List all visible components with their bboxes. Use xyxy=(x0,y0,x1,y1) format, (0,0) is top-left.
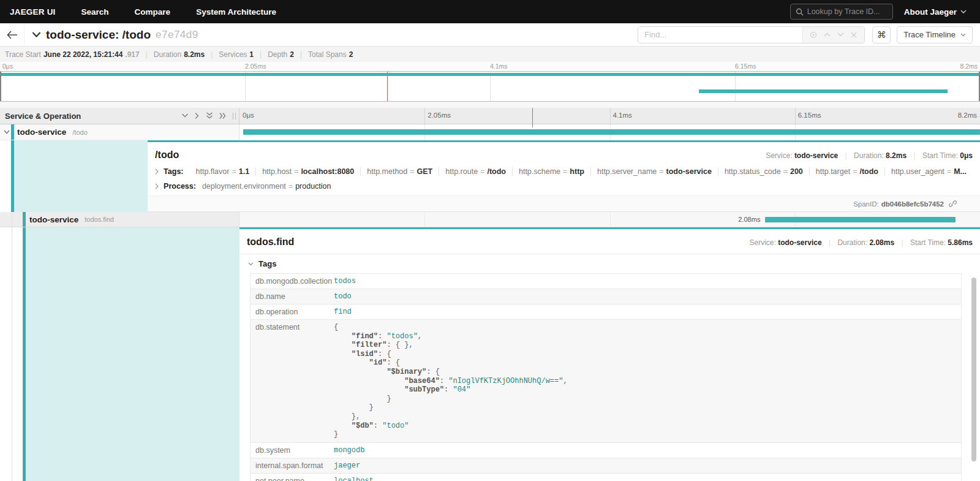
axis-tick-3: 6.15ms xyxy=(798,112,821,119)
tag-pill: http.scheme=http xyxy=(513,167,591,176)
expand-one-icon[interactable] xyxy=(195,112,200,119)
span-detail-meta: Service: todo-service | Duration: 8.2ms … xyxy=(766,151,973,160)
span-detail-todo: /todo Service: todo-service | Duration: … xyxy=(0,140,980,212)
chevron-down-icon xyxy=(960,10,967,13)
trace-id-lookup[interactable]: Lookup by Trace ID... xyxy=(790,4,893,20)
collapse-one-icon[interactable] xyxy=(181,113,189,118)
prev-result-icon[interactable] xyxy=(820,32,834,37)
tag-pill: http.server_name=todo-service xyxy=(591,167,718,176)
tag-pill: http.host=localhost:8080 xyxy=(256,167,361,176)
span-id-footer: SpanID: db046b8efc5b7452 xyxy=(148,195,980,211)
tags-kv-table: db.mongodb.collectiontodos db.nametodo d… xyxy=(250,273,962,481)
chevron-down-icon xyxy=(248,262,254,266)
tag-pill: http.route=/todo xyxy=(439,167,513,176)
axis-tick-2: 4.1ms xyxy=(613,112,632,119)
axis-tick-4: 8.2ms xyxy=(958,112,977,119)
copy-link-icon[interactable] xyxy=(949,200,957,208)
nav-item-compare[interactable]: Compare xyxy=(135,7,171,17)
span-service-name: todo-service xyxy=(17,127,66,137)
keyboard-shortcuts-button[interactable]: ⌘ xyxy=(872,26,891,44)
duration-value: 8.2ms xyxy=(184,50,205,59)
detail-highlight-column xyxy=(26,227,239,481)
minimap-tick-1: 2.05ms xyxy=(245,62,266,70)
span-detail-todos-find: todos.find Service: todo-service | Durat… xyxy=(0,227,980,481)
span-row-todos-find[interactable]: todo-service todos.find 2.08ms xyxy=(0,212,980,227)
trace-id-short: e7e74d9 xyxy=(156,29,198,41)
find-tools xyxy=(802,27,864,43)
clear-find-icon[interactable] xyxy=(847,32,861,38)
span-detail-meta: Service: todo-service | Duration: 2.08ms… xyxy=(750,238,973,247)
tags-accordion[interactable]: Tags: http.flavor=1.1 http.host=localhos… xyxy=(148,164,980,179)
scrollbar-thumb[interactable] xyxy=(971,278,976,461)
tag-pill: http.flavor=1.1 xyxy=(190,167,257,176)
minimap-child-span-bar xyxy=(699,89,948,93)
header-spacer xyxy=(0,102,980,108)
trace-id-lookup-placeholder: Lookup by Trace ID... xyxy=(807,7,880,16)
service-operation-header: Service & Operation xyxy=(5,112,81,121)
process-pill: deployment.environment=production xyxy=(202,182,337,191)
process-accordion[interactable]: Process: deployment.environment=producti… xyxy=(148,179,980,194)
trace-start-label: Trace Start xyxy=(5,50,41,59)
detail-highlight-column xyxy=(14,140,148,212)
span-detail-title: /todo xyxy=(155,150,179,161)
depth-value: 2 xyxy=(290,50,294,59)
process-label: Process: xyxy=(164,182,196,191)
tag-pill: http.status_code=200 xyxy=(718,167,810,176)
tag-pill: http.method=GET xyxy=(361,167,439,176)
find-input[interactable] xyxy=(638,27,802,43)
services-value: 1 xyxy=(249,50,254,59)
kv-row: net.peer.namelocalhost xyxy=(251,474,961,481)
search-icon xyxy=(796,8,804,16)
minimap-tick-4: 8.2ms xyxy=(960,62,978,70)
trace-view-selector-label: Trace Timeline xyxy=(903,30,956,39)
column-resize-handle[interactable] xyxy=(233,113,236,119)
span-id-label: SpanID: xyxy=(853,200,879,208)
viewport-left-handle[interactable] xyxy=(0,72,1,101)
db-statement-json: { "find": "todos", "filter": { }, "lsid"… xyxy=(334,323,956,439)
jaeger-trace-page: JAEGER UI Search Compare System Architec… xyxy=(0,0,980,481)
service-color-accent xyxy=(11,124,14,140)
total-spans-value: 2 xyxy=(349,50,353,59)
kv-row: db.nametodo xyxy=(251,289,961,305)
span-row-todo[interactable]: todo-service /todo xyxy=(0,124,980,140)
tags-section-toggle[interactable]: Tags xyxy=(239,254,980,272)
trace-view-selector[interactable]: Trace Timeline xyxy=(897,26,973,44)
match-highlight-icon[interactable] xyxy=(807,31,820,39)
depth-label: Depth xyxy=(268,50,287,59)
collapse-trace-chevron[interactable] xyxy=(32,32,41,37)
trace-summary-bar: Trace Start June 22 2022, 15:21:44.917 |… xyxy=(0,47,980,62)
kv-row: db.systemmongodb xyxy=(251,443,961,458)
nav-item-system-architecture[interactable]: System Architecture xyxy=(196,7,276,17)
minimap-root-span-bar xyxy=(0,73,980,76)
timeline-axis-header: 0μs 2.05ms 4.1ms 6.15ms 8.2ms xyxy=(239,108,980,124)
minimap-tick-3: 6.15ms xyxy=(735,62,756,70)
trace-start-fraction: .917 xyxy=(125,50,139,59)
command-icon: ⌘ xyxy=(877,29,886,40)
kv-row: internal.span.formatjaeger xyxy=(251,458,961,474)
services-label: Services xyxy=(219,50,247,59)
tag-pill: http.target=/todo xyxy=(810,167,885,176)
span-operation-name: /todo xyxy=(72,129,87,136)
expand-all-icon[interactable] xyxy=(219,112,227,119)
about-jaeger-menu[interactable]: About Jaeger xyxy=(904,7,967,17)
minimap-cursor-line xyxy=(387,72,388,101)
nav-item-search[interactable]: Search xyxy=(81,7,109,17)
trace-start-value: June 22 2022, 15:21:44 xyxy=(43,50,123,59)
span-duration-bar[interactable] xyxy=(765,217,956,222)
chevron-down-icon xyxy=(960,33,966,37)
kv-row-db-statement: db.statement{ "find": "todos", "filter":… xyxy=(251,320,961,443)
span-duration-bar[interactable] xyxy=(243,129,980,135)
tag-pill-list: http.flavor=1.1 http.host=localhost:8080… xyxy=(190,167,973,176)
top-nav: JAEGER UI Search Compare System Architec… xyxy=(0,0,980,23)
total-spans-label: Total Spans xyxy=(308,50,347,59)
timeline-minimap[interactable] xyxy=(0,71,980,102)
kv-row: db.operationfind xyxy=(251,305,961,320)
row-collapse-chevron[interactable] xyxy=(4,130,10,134)
brand-jaeger-ui[interactable]: JAEGER UI xyxy=(10,7,56,17)
collapse-all-icon[interactable] xyxy=(206,112,213,119)
minimap-tick-labels: 0μs 2.05ms 4.1ms 6.15ms 8.2ms xyxy=(0,62,980,71)
arrow-left-icon xyxy=(7,31,18,39)
back-button[interactable] xyxy=(0,23,24,46)
chevron-right-icon xyxy=(155,183,159,189)
next-result-icon[interactable] xyxy=(834,32,847,37)
